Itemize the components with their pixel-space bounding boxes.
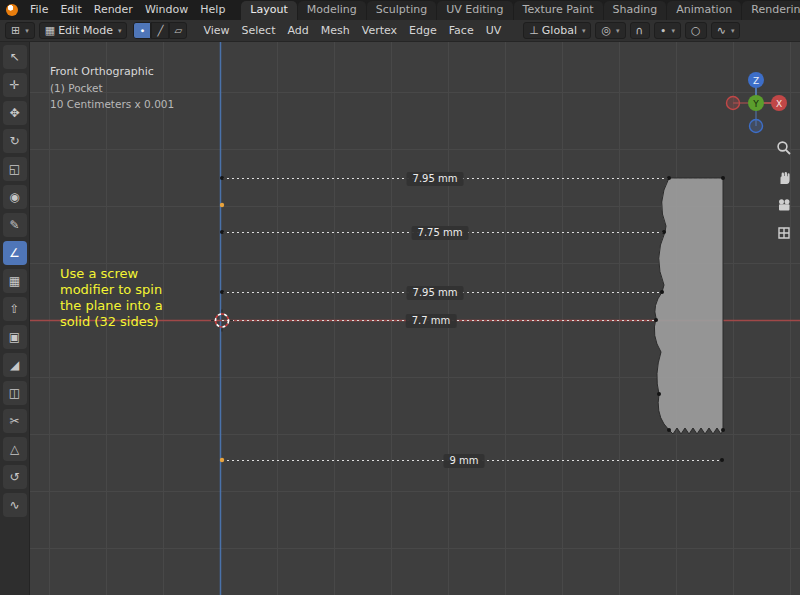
- gizmo-neg-x-ball[interactable]: [727, 97, 740, 110]
- scale-label: 10 Centimeters x 0.001: [50, 96, 174, 112]
- menu-render[interactable]: Render: [88, 0, 139, 20]
- magnet-icon: [636, 24, 644, 37]
- editor-type-button[interactable]: [5, 22, 35, 39]
- measure-label: 7.95 mm: [407, 286, 464, 300]
- workspace-tab-modeling[interactable]: Modeling: [298, 1, 366, 20]
- tool-transform[interactable]: ◉: [3, 185, 27, 209]
- grid-toggle-button[interactable]: [774, 223, 794, 243]
- falloff-icon: [717, 24, 726, 37]
- workspace-tab-animation[interactable]: Animation: [667, 1, 741, 20]
- select-mode-buttons: ∙╱▱: [133, 22, 187, 39]
- falloff-dropdown[interactable]: [711, 22, 741, 39]
- gizmo-y-label: Y: [752, 99, 759, 109]
- tool-loop-cut[interactable]: ◫: [3, 381, 27, 405]
- zoom-button[interactable]: [774, 138, 794, 158]
- header-menu-uv[interactable]: UV: [480, 20, 508, 42]
- header-menu-add[interactable]: Add: [281, 20, 314, 42]
- tool-measure[interactable]: ∠: [3, 241, 27, 265]
- tool-knife[interactable]: ✂: [3, 409, 27, 433]
- view-label: Front Orthographic: [50, 64, 174, 80]
- tool-select-box[interactable]: ↖: [3, 45, 27, 69]
- workspace-tab-rendering[interactable]: Rendering: [742, 1, 800, 20]
- grid-icon: [776, 225, 792, 241]
- blender-logo-dot: [6, 4, 18, 16]
- measure-lines: [222, 179, 723, 461]
- orientation-icon: [529, 24, 539, 37]
- gizmo-x-label: X: [776, 99, 782, 109]
- gizmo-neg-z-ball[interactable]: [750, 120, 763, 133]
- tool-inset-faces[interactable]: ▣: [3, 325, 27, 349]
- tool-spin[interactable]: ↺: [3, 465, 27, 489]
- topbar: FileEditRenderWindowHelp LayoutModelingS…: [0, 0, 800, 20]
- tool-cursor[interactable]: ✛: [3, 73, 27, 97]
- workspace-tab-texture-paint[interactable]: Texture Paint: [514, 1, 603, 20]
- proportional-editing-toggle[interactable]: [685, 22, 707, 39]
- menu-file[interactable]: File: [24, 0, 54, 20]
- measure-label: 9 mm: [443, 454, 484, 468]
- tool-move[interactable]: ✥: [3, 101, 27, 125]
- measure-label: 7.7 mm: [406, 314, 457, 328]
- snap-toggle[interactable]: [630, 22, 650, 39]
- camera-view-button[interactable]: [774, 195, 794, 215]
- tool-rotate[interactable]: ↻: [3, 129, 27, 153]
- tool-extrude-region[interactable]: ⇧: [3, 297, 27, 321]
- select-mode-edge[interactable]: ╱: [151, 22, 169, 39]
- select-mode-face[interactable]: ▱: [169, 22, 187, 39]
- header-menu-edge[interactable]: Edge: [403, 20, 443, 42]
- orientation-dropdown[interactable]: Global: [523, 22, 591, 39]
- edit-mode-cube-icon: [45, 24, 55, 37]
- workspace-tab-layout[interactable]: Layout: [241, 1, 296, 20]
- measure-label: 7.95 mm: [407, 172, 464, 186]
- blender-window: FileEditRenderWindowHelp LayoutModelingS…: [0, 0, 800, 595]
- header-menus: ViewSelectAddMeshVertexEdgeFaceUV: [197, 20, 507, 42]
- viewport-3d[interactable]: Front Orthographic (1) Pocket 10 Centime…: [30, 42, 800, 595]
- menubar-menus: FileEditRenderWindowHelp: [24, 0, 231, 20]
- camera-icon: [776, 197, 792, 213]
- tool-annotate[interactable]: ✎: [3, 213, 27, 237]
- hand-icon: [776, 169, 792, 185]
- object-label: (1) Pocket: [50, 80, 174, 96]
- blender-logo-icon[interactable]: [0, 0, 24, 20]
- header-menu-face[interactable]: Face: [443, 20, 480, 42]
- menu-window[interactable]: Window: [139, 0, 194, 20]
- measure-label: 7.75 mm: [412, 226, 469, 240]
- viewport-header: Edit Mode ∙╱▱ ViewSelectAddMeshVertexEdg…: [0, 20, 800, 42]
- tool-smooth[interactable]: ∿: [3, 493, 27, 517]
- mode-selector[interactable]: Edit Mode: [39, 22, 128, 39]
- navigation-gizmo[interactable]: Z X Y: [723, 68, 789, 134]
- header-menu-mesh[interactable]: Mesh: [315, 20, 356, 42]
- editor-type-icon: [11, 24, 20, 37]
- pan-button[interactable]: [774, 167, 794, 187]
- snap-settings-dropdown[interactable]: [654, 22, 681, 39]
- proportional-icon: [691, 24, 701, 37]
- gizmo-z-label: Z: [753, 76, 759, 86]
- tool-bevel[interactable]: ◢: [3, 353, 27, 377]
- pivot-icon: [601, 24, 611, 37]
- orientation-label: Global: [542, 24, 577, 37]
- menu-edit[interactable]: Edit: [54, 0, 87, 20]
- workspace-tab-uv-editing[interactable]: UV Editing: [437, 1, 512, 20]
- select-mode-vertex[interactable]: ∙: [133, 22, 151, 39]
- snap-target-icon: [660, 24, 667, 37]
- header-menu-view[interactable]: View: [197, 20, 235, 42]
- tool-shelf: ↖✛✥↻◱◉✎∠▦⇧▣◢◫✂△↺∿: [0, 42, 30, 595]
- header-menu-vertex[interactable]: Vertex: [356, 20, 403, 42]
- thread-profile-shape[interactable]: [654, 178, 723, 434]
- menu-help[interactable]: Help: [194, 0, 231, 20]
- workspace-tab-shading[interactable]: Shading: [604, 1, 667, 20]
- header-right-controls: Global: [523, 22, 740, 39]
- pivot-dropdown[interactable]: [595, 22, 625, 39]
- workspace-tab-sculpting[interactable]: Sculpting: [367, 1, 436, 20]
- workspace-tabs: LayoutModelingSculptingUV EditingTexture…: [241, 0, 800, 20]
- mesh-vertices[interactable]: [220, 176, 725, 462]
- mode-label: Edit Mode: [58, 24, 113, 37]
- tool-add-cube[interactable]: ▦: [3, 269, 27, 293]
- header-menu-select[interactable]: Select: [236, 20, 282, 42]
- tool-poly-build[interactable]: △: [3, 437, 27, 461]
- tool-scale[interactable]: ◱: [3, 157, 27, 181]
- magnifier-icon: [776, 140, 792, 156]
- annotation-note: Use a screw modifier to spin the plane i…: [60, 266, 163, 330]
- viewport-info: Front Orthographic (1) Pocket 10 Centime…: [50, 64, 174, 112]
